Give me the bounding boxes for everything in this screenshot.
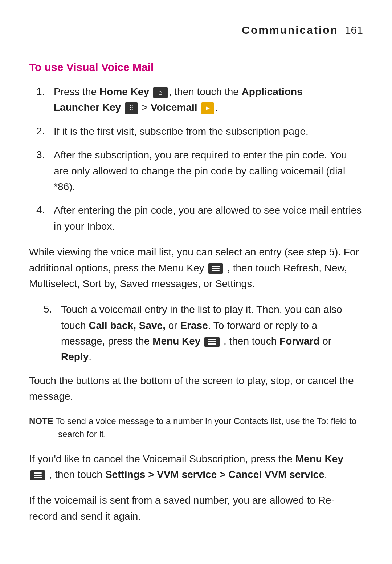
step-content: Press the Home Key , then touch the Appl… bbox=[54, 84, 303, 116]
bold-text: Call back, Save, bbox=[89, 320, 166, 331]
sub-steps-list: 5. Touch a voicemail entry in the list t… bbox=[29, 302, 363, 365]
menu-key-inner bbox=[206, 338, 218, 346]
menu-key-icon bbox=[208, 263, 223, 274]
page-number: 161 bbox=[345, 22, 363, 38]
step-content: After the subscription, you are required… bbox=[54, 147, 363, 194]
step-number: 3. bbox=[36, 147, 54, 162]
steps-list: 1. Press the Home Key , then touch the A… bbox=[29, 84, 363, 234]
list-item: 4. After entering the pin code, you are … bbox=[29, 202, 363, 234]
step-number: 2. bbox=[36, 124, 54, 139]
menu-line bbox=[212, 266, 220, 267]
note-text: To send a voice message to a number in y… bbox=[56, 416, 356, 426]
menu-line bbox=[212, 268, 220, 269]
voicemail-icon bbox=[201, 102, 214, 114]
menu-key-inner bbox=[210, 265, 221, 273]
paragraph-menu: While viewing the voice mail list, you c… bbox=[29, 244, 363, 291]
menu-line bbox=[208, 341, 216, 342]
menu-line bbox=[34, 475, 42, 476]
menu-key-inner bbox=[32, 471, 44, 479]
step-number: 5. bbox=[44, 302, 61, 317]
bold-text: Voicemail bbox=[151, 102, 197, 113]
bold-text: Menu Key bbox=[152, 335, 200, 347]
header-title: Communication bbox=[242, 22, 338, 38]
menu-key-icon bbox=[204, 337, 220, 347]
list-item: 1. Press the Home Key , then touch the A… bbox=[29, 84, 363, 116]
note-indent: search for it. bbox=[29, 428, 363, 441]
step-content: After entering the pin code, you are all… bbox=[54, 202, 363, 234]
paragraph-rerecord: If the voicemail is sent from a saved nu… bbox=[29, 492, 363, 524]
menu-line bbox=[208, 343, 216, 345]
note-label: NOTE bbox=[29, 416, 53, 426]
list-item: 2. If it is the first visit, subscribe f… bbox=[29, 124, 363, 139]
menu-line bbox=[34, 472, 42, 474]
paragraph-cancel: If you'd like to cancel the Voicemail Su… bbox=[29, 451, 363, 483]
menu-line bbox=[212, 270, 220, 271]
bold-text: Home Key bbox=[99, 86, 149, 97]
section-title: To use Visual Voice Mail bbox=[29, 59, 363, 75]
bold-text: Menu Key bbox=[295, 453, 343, 464]
menu-line bbox=[34, 477, 42, 478]
bold-text: Forward bbox=[279, 335, 319, 347]
note-block: NOTE To send a voice message to a number… bbox=[29, 415, 363, 441]
bold-text: Reply bbox=[61, 351, 89, 362]
page: Communication 161 To use Visual Voice Ma… bbox=[0, 0, 392, 564]
list-item: 3. After the subscription, you are requi… bbox=[29, 147, 363, 194]
step-content: If it is the first visit, subscribe from… bbox=[54, 124, 309, 139]
menu-line bbox=[208, 339, 216, 340]
paragraph-buttons: Touch the buttons at the bottom of the s… bbox=[29, 373, 363, 404]
bold-text: Settings > VVM service > Cancel VVM serv… bbox=[105, 469, 324, 480]
home-key-icon bbox=[153, 87, 168, 98]
step-content: Touch a voicemail entry in the list to p… bbox=[61, 302, 363, 365]
step-number: 1. bbox=[36, 84, 54, 99]
page-header: Communication 161 bbox=[29, 22, 363, 44]
bold-text: Erase bbox=[180, 320, 208, 331]
step-number: 4. bbox=[36, 202, 54, 218]
list-item: 5. Touch a voicemail entry in the list t… bbox=[44, 302, 363, 365]
menu-key-icon bbox=[30, 470, 45, 480]
apps-key-icon bbox=[125, 102, 138, 114]
